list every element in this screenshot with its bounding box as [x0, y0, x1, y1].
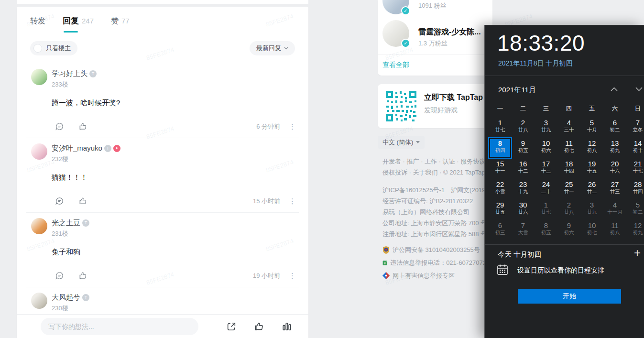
reply-icon[interactable] [55, 196, 64, 206]
reply-icon[interactable] [55, 271, 64, 280]
language-selector[interactable]: 中文 (简体) [378, 136, 425, 149]
like-icon[interactable] [78, 122, 87, 131]
stats-icon[interactable] [282, 321, 292, 332]
comment-author[interactable]: 光之土豆 T [52, 218, 298, 228]
calendar-day[interactable]: 24二十 [535, 179, 557, 199]
calendar-day[interactable]: 4三十 [557, 117, 580, 138]
avatar[interactable] [31, 143, 47, 160]
divider [485, 244, 644, 245]
reply-icon[interactable] [55, 122, 64, 131]
avatar[interactable]: ✓ [382, 0, 409, 14]
calendar-day[interactable]: 30廿六 [512, 199, 535, 220]
footer-links-row[interactable]: 侵权投诉 · 关于我们 · © 2021 TapTap [382, 167, 492, 178]
windows-clock-flyout: 18:33:20 2021年11月8日 十月初四 2021年11月 一二三四五六… [484, 25, 644, 338]
calendar-day[interactable]: 7立冬 [626, 117, 644, 138]
only-op-toggle[interactable]: 只看楼主 [30, 41, 77, 55]
comment-actions: 6 分钟前 ⋮ [55, 122, 298, 131]
calendar-day[interactable]: 13初九 [603, 138, 626, 158]
qr-code [386, 91, 416, 121]
calendar-day[interactable]: 5初二 [626, 199, 644, 220]
calendar-day[interactable]: 3廿九 [580, 199, 603, 220]
like-icon[interactable] [78, 271, 87, 280]
calendar-day[interactable]: 20十六 [603, 158, 626, 179]
calendar-day[interactable]: 17十三 [535, 158, 557, 179]
more-menu-icon[interactable]: ⋮ [289, 122, 296, 131]
tab-forward[interactable]: 转发 [30, 16, 45, 26]
share-icon[interactable] [226, 321, 237, 332]
calendar-next-month-icon[interactable] [635, 87, 643, 92]
floor-number: 232楼 [52, 155, 298, 164]
tab-likes[interactable]: 赞 77 [111, 16, 130, 26]
reply-input[interactable] [41, 318, 198, 335]
download-title: 立即下载 TapTap 客户端 [424, 93, 492, 103]
sort-dropdown[interactable]: 最新回复 [250, 41, 295, 55]
calendar-day[interactable]: 22小雪 [489, 179, 512, 199]
calendar-day[interactable]: 1廿七 [489, 117, 512, 138]
author-name: 大风起兮 [52, 293, 80, 302]
language-label: 中文 (简体) [382, 138, 413, 147]
calendar-day[interactable]: 14初十 [626, 138, 644, 158]
calendar-day[interactable]: 1廿七 [535, 199, 557, 220]
calendar-day[interactable]: 6初三 [489, 220, 512, 240]
calendar-day[interactable]: 10初七 [580, 220, 603, 240]
calendar-day[interactable]: 25廿一 [557, 179, 580, 199]
calendar-day[interactable]: 10初六 [535, 138, 557, 158]
like-icon[interactable] [78, 196, 87, 206]
avatar[interactable]: ✓ [382, 20, 409, 47]
comment-time: 19 小时前 [253, 272, 280, 280]
avatar[interactable] [31, 218, 47, 234]
calendar-day[interactable]: 12初八 [580, 138, 603, 158]
report-link[interactable]: 网上有害信息举报专区 [382, 269, 492, 282]
calendar-day[interactable]: 5十月 [580, 117, 603, 138]
start-button[interactable]: 开始 [518, 289, 621, 304]
calendar-day[interactable]: 4十一月 [603, 199, 626, 220]
toggle-circle-icon [33, 44, 42, 53]
calendar-day[interactable]: 2廿八 [557, 199, 580, 220]
calendar-day[interactable]: 29廿五 [489, 199, 512, 220]
calendar-day[interactable]: 3廿九 [535, 117, 557, 138]
comment-item: 学习好上头 T 233楼 蹲一波，啥时候开奖? 6 分钟前 ⋮ [17, 63, 308, 138]
calendar-day[interactable]: 9初六 [557, 220, 580, 240]
calendar-day[interactable]: 2廿八 [512, 117, 535, 138]
calendar-day[interactable]: 11初七 [557, 138, 580, 158]
tab-count: 77 [121, 17, 130, 25]
weekday-label: 一 [489, 103, 512, 114]
add-event-icon[interactable]: + [634, 246, 641, 260]
calendar-day[interactable]: 12初九 [626, 220, 644, 240]
calendar-day[interactable]: 16十二 [512, 158, 535, 179]
clock-date-link[interactable]: 2021年11月8日 十月初四 [498, 59, 572, 68]
avatar[interactable] [31, 69, 47, 85]
avatar[interactable] [31, 293, 47, 309]
tab-replies[interactable]: 回复 247 [63, 15, 94, 26]
calendar-day[interactable]: 19十五 [580, 158, 603, 179]
calendar-prev-month-icon[interactable] [610, 87, 618, 92]
thread-panel: 转发 回复 247 赞 77 只看楼主 最新回复 学习好上头 T [17, 7, 308, 338]
report-link[interactable]: P 违法信息举报电话：021-60727072转 [382, 256, 492, 269]
calendar-day[interactable]: 27廿三 [603, 179, 626, 199]
calendar-day[interactable]: 11初八 [603, 220, 626, 240]
more-menu-icon[interactable]: ⋮ [289, 197, 296, 206]
more-menu-icon[interactable]: ⋮ [289, 272, 296, 280]
comment-author[interactable]: 安汐叶_mayuko T ✦ [52, 143, 298, 153]
comment-author[interactable]: 学习好上头 T [52, 69, 298, 78]
calendar-day[interactable]: 6初二 [603, 117, 626, 138]
calendar-day[interactable]: 28廿四 [626, 179, 644, 199]
calendar-day[interactable]: 26廿二 [580, 179, 603, 199]
calendar-day[interactable]: 9初五 [512, 138, 535, 158]
calendar-day[interactable]: 8初五 [535, 220, 557, 240]
calendar-day[interactable]: 23十九 [512, 179, 535, 199]
footer-links-row[interactable]: 开发者 · 推广 · 工作 · 认证 · 服务协议 · 隐 [382, 156, 492, 167]
like-icon[interactable] [254, 321, 264, 332]
verified-badge-icon: ✓ [401, 6, 410, 15]
calendar-day-selected[interactable]: 8初四 [489, 138, 512, 158]
report-link[interactable]: 沪公网安备 31010402003255号 [382, 243, 492, 256]
comment-content: 兔子和狗 [52, 248, 298, 257]
comment-author[interactable]: 大风起兮 T [52, 293, 298, 302]
calendar-day[interactable]: 18十四 [557, 158, 580, 179]
view-all-link[interactable]: 查看全部 [382, 61, 409, 69]
weekday-label: 三 [535, 103, 557, 114]
developer-name[interactable]: 雷霆游戏-少女陈... [418, 27, 481, 37]
calendar-day[interactable]: 21十七 [626, 158, 644, 179]
calendar-day[interactable]: 7大雪 [512, 220, 535, 240]
calendar-day[interactable]: 15十一 [489, 158, 512, 179]
